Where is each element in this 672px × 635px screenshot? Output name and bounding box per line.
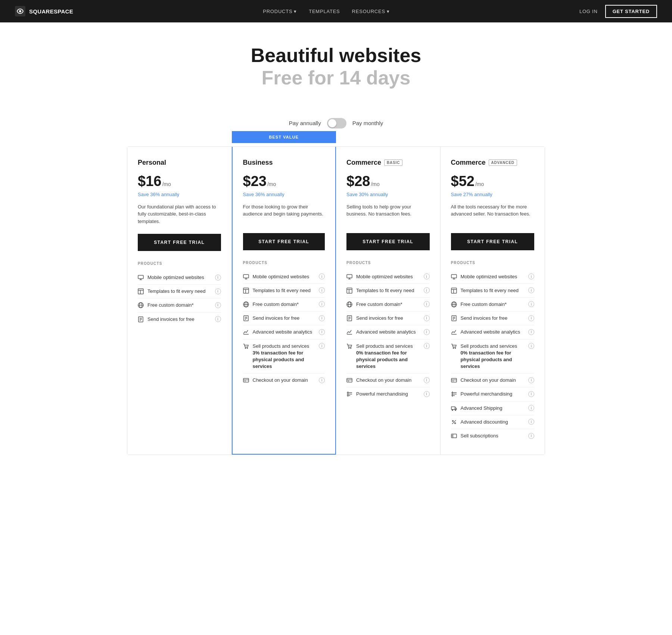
svg-point-29 <box>245 348 246 349</box>
info-icon-1-4[interactable]: i <box>319 329 325 335</box>
plan-card-2: CommerceBASIC $28 /mo Save 30% annuallyS… <box>336 147 441 455</box>
info-icon-1-1[interactable]: i <box>319 287 325 294</box>
plan-description-0: Our foundational plan with access to ful… <box>138 203 221 225</box>
feature-item-3-2: Free custom domain* i <box>451 298 535 312</box>
info-icon-3-1[interactable]: i <box>528 287 534 294</box>
info-icon-3-10[interactable]: i <box>528 433 534 439</box>
info-icon-1-5[interactable]: i <box>319 343 325 349</box>
info-icon-1-3[interactable]: i <box>319 315 325 321</box>
login-link[interactable]: LOG IN <box>579 9 598 14</box>
info-icon-2-2[interactable]: i <box>424 301 430 307</box>
nav-products[interactable]: PRODUCTS ▾ <box>263 9 297 14</box>
feature-item-2-6: Checkout on your domain i <box>346 374 430 387</box>
svg-point-48 <box>349 348 349 349</box>
feature-text-3-2: Free custom domain* <box>461 301 507 308</box>
feature-left-3-4: Advanced website analytics <box>451 329 526 335</box>
svg-point-80 <box>452 409 452 410</box>
info-icon-0-2[interactable]: i <box>215 302 221 308</box>
cart-icon <box>346 343 352 349</box>
info-icon-2-5[interactable]: i <box>424 343 430 349</box>
feature-item-3-1: Templates to fit every need i <box>451 284 535 298</box>
feature-text-1-4: Advanced website analytics <box>253 329 312 335</box>
info-icon-0-1[interactable]: i <box>215 288 221 294</box>
svg-rect-73 <box>451 378 457 382</box>
info-icon-1-0[interactable]: i <box>319 273 325 280</box>
feature-text-1-0: Mobile optimized websites <box>253 273 309 280</box>
analytics-icon <box>346 329 352 335</box>
info-icon-3-7[interactable]: i <box>528 391 534 397</box>
globe-icon <box>138 302 144 308</box>
svg-rect-31 <box>243 378 249 382</box>
feature-item-3-6: Checkout on your domain i <box>451 374 535 387</box>
info-icon-1-6[interactable]: i <box>319 377 325 383</box>
feature-text-3-0: Mobile optimized websites <box>461 273 517 280</box>
price-amount-2: $28 <box>346 173 370 189</box>
feature-text-2-5: Sell products and services0% transaction… <box>356 343 421 370</box>
feature-left-2-7: Powerful merchandising <box>346 391 421 397</box>
feature-item-2-2: Free custom domain* i <box>346 298 430 312</box>
features-label-1: PRODUCTS <box>243 261 325 265</box>
billing-toggle-switch[interactable] <box>327 118 346 128</box>
features-label-0: PRODUCTS <box>138 261 221 266</box>
info-icon-3-8[interactable]: i <box>528 405 534 411</box>
svg-point-30 <box>247 348 248 349</box>
feature-text-2-0: Mobile optimized websites <box>356 273 413 280</box>
info-icon-0-3[interactable]: i <box>215 316 221 322</box>
info-icon-3-9[interactable]: i <box>528 419 534 425</box>
nav-resources[interactable]: RESOURCES ▾ <box>352 9 390 14</box>
info-icon-2-4[interactable]: i <box>424 329 430 335</box>
plan-card-1: Business $23 /mo Save 36% annuallyFor th… <box>232 147 336 455</box>
info-icon-3-3[interactable]: i <box>528 315 534 321</box>
nav-templates[interactable]: TEMPLATES <box>309 9 340 14</box>
plan-name-3: Commerce <box>451 159 486 167</box>
price-period-1: /mo <box>267 181 276 187</box>
cta-button-0[interactable]: START FREE TRIAL <box>138 234 221 251</box>
logo[interactable]: SQUARESPACE <box>15 6 73 16</box>
get-started-button[interactable]: GET STARTED <box>605 5 657 18</box>
cta-button-3[interactable]: START FREE TRIAL <box>451 233 535 250</box>
features-label-2: PRODUCTS <box>346 261 430 265</box>
merchandise-icon <box>346 391 352 397</box>
feature-item-2-3: Send invoices for free i <box>346 312 430 325</box>
info-icon-3-5[interactable]: i <box>528 343 534 349</box>
feature-left-1-4: Advanced website analytics <box>243 329 316 335</box>
svg-rect-37 <box>347 288 352 293</box>
info-icon-2-3[interactable]: i <box>424 315 430 321</box>
svg-point-81 <box>455 409 455 410</box>
info-icon-3-2[interactable]: i <box>528 301 534 307</box>
shipping-icon <box>451 405 457 411</box>
info-icon-1-2[interactable]: i <box>319 301 325 307</box>
squarespace-logo-icon <box>15 6 25 16</box>
info-icon-3-6[interactable]: i <box>528 377 534 383</box>
globe-icon <box>346 301 352 307</box>
card-icon <box>243 377 249 383</box>
svg-point-72 <box>455 348 455 349</box>
feature-left-2-6: Checkout on your domain <box>346 377 421 384</box>
analytics-icon <box>451 329 457 335</box>
info-icon-3-4[interactable]: i <box>528 329 534 335</box>
feature-item-0-2: Free custom domain* i <box>138 298 221 312</box>
hero-section: Beautiful websites Free for 14 days <box>0 22 672 105</box>
feature-item-2-4: Advanced website analytics i <box>346 325 430 339</box>
plan-price-3: $52 /mo <box>451 173 535 189</box>
card-icon <box>346 377 352 383</box>
info-icon-2-1[interactable]: i <box>424 287 430 294</box>
info-icon-2-6[interactable]: i <box>424 377 430 383</box>
feature-left-0-3: Send invoices for free <box>138 316 212 323</box>
info-icon-2-0[interactable]: i <box>424 273 430 280</box>
feature-item-2-0: Mobile optimized websites i <box>346 270 430 284</box>
toggle-slider <box>327 118 346 128</box>
info-icon-2-7[interactable]: i <box>424 391 430 397</box>
feature-left-1-0: Mobile optimized websites <box>243 273 316 280</box>
feature-text-3-10: Sell subscriptions <box>461 433 498 439</box>
pricing-section: BEST VALUE Personal $16 /mo Save 36% ann… <box>119 146 553 478</box>
feature-left-1-1: Templates to fit every need <box>243 287 316 294</box>
cta-button-2[interactable]: START FREE TRIAL <box>346 233 430 250</box>
feature-item-3-4: Advanced website analytics i <box>451 325 535 339</box>
plan-card-3: CommerceADVANCED $52 /mo Save 27% annual… <box>441 147 545 455</box>
feature-item-0-1: Templates to fit every need i <box>138 285 221 298</box>
info-icon-0-0[interactable]: i <box>215 274 221 281</box>
feature-text-2-2: Free custom domain* <box>356 301 402 308</box>
cta-button-1[interactable]: START FREE TRIAL <box>243 233 325 250</box>
info-icon-3-0[interactable]: i <box>528 273 534 280</box>
